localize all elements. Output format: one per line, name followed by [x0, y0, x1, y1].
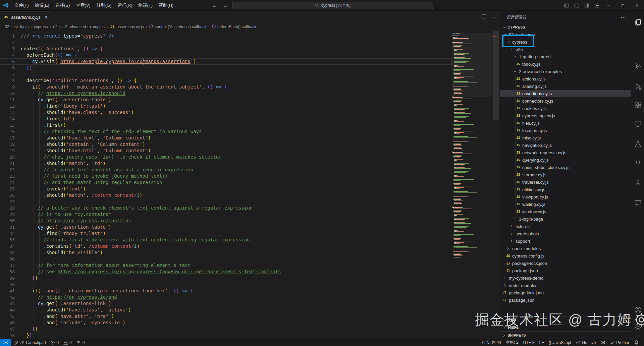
tree-item-aliasing.cy.js[interactable]: JSaliasing.cy.js	[500, 82, 631, 90]
breadcrumb-item[interactable]: 02_test_login	[5, 24, 29, 29]
tree-item-connectors.cy.js[interactable]: JSconnectors.cy.js	[500, 97, 631, 105]
toggle-secondary-sidebar-icon[interactable]	[582, 0, 592, 11]
tab-assertions[interactable]: JS assertions.cy.js ✕	[0, 11, 52, 23]
statusbar-notifications[interactable]	[632, 339, 641, 346]
close-button[interactable]: ✕	[630, 0, 644, 11]
breadcrumb-item[interactable]: 2-advanced-examples	[65, 24, 105, 29]
minimap-viewport[interactable]	[452, 33, 492, 97]
menu-帮助[interactable]: 帮助(H)	[156, 0, 176, 11]
tree-item-todo.cy.js[interactable]: JStodo.cy.js	[500, 60, 631, 68]
statusbar-indentation[interactable]: 空格: 2	[503, 339, 521, 346]
scrollbar-thumb[interactable]	[493, 31, 499, 120]
live-share-icon[interactable]	[634, 178, 642, 187]
remote-explorer-icon[interactable]	[634, 119, 642, 128]
statusbar-ports-forwarded[interactable]: 0	[74, 339, 87, 346]
tree-item-package-lock.json[interactable]: {}package-lock.json	[500, 260, 631, 267]
section-SNIPPETS[interactable]: SNIPPETS	[500, 331, 631, 339]
tree-item-location.cy.js[interactable]: JSlocation.cy.js	[500, 127, 631, 134]
tree-item-spies_stubs_clocks.cy.js[interactable]: JSspies_stubs_clocks.cy.js	[500, 164, 631, 171]
split-editor-icon[interactable]	[481, 14, 486, 20]
customize-layout-icon[interactable]	[592, 0, 602, 11]
extensions-icon[interactable]	[634, 101, 642, 109]
statusbar-launchpad[interactable]: Launchpad	[11, 339, 48, 346]
tree-item-package.json[interactable]: {}package.json	[500, 267, 631, 274]
tree-item-network_requests.cy.js[interactable]: JSnetwork_requests.cy.js	[500, 149, 631, 156]
remote-indicator[interactable]: ><	[0, 339, 11, 346]
breadcrumb-item[interactable]: cypress	[34, 24, 48, 29]
minimize-button[interactable]: ─	[602, 0, 616, 11]
tree-item-node_modules[interactable]: node_modules	[500, 282, 631, 289]
menu-转到[interactable]: 转到(G)	[94, 0, 115, 11]
rocket-icon	[14, 340, 18, 345]
tree-item-1-getting-started[interactable]: 1-getting-started	[500, 53, 631, 60]
menu-终端[interactable]: 终端(T)	[135, 0, 156, 11]
testing-icon[interactable]	[634, 139, 642, 148]
menu-运行[interactable]: 运行(R)	[114, 0, 135, 11]
tree-item-cypress.config.js[interactable]: JScypress.config.js	[500, 252, 631, 260]
code-line: 45 .and('have.attr', 'href')	[0, 313, 452, 320]
sidebar-more-actions-icon[interactable]: ⋯	[621, 14, 626, 20]
tree-item-screenshots[interactable]: screenshots	[500, 230, 631, 237]
tree-item-querying.cy.js[interactable]: JSquerying.cy.js	[500, 156, 631, 164]
tree-item-waiting.cy.js[interactable]: JSwaiting.cy.js	[500, 200, 631, 208]
menu-文件[interactable]: 文件(F)	[11, 0, 32, 11]
statusbar-errors[interactable]: 0	[48, 339, 61, 346]
run-debug-icon[interactable]	[634, 82, 642, 91]
maximize-button[interactable]: □	[616, 0, 630, 11]
tab-close-icon[interactable]: ✕	[44, 14, 48, 20]
comments-icon[interactable]	[634, 198, 642, 207]
menu-查看[interactable]: 查看(V)	[73, 0, 93, 11]
tree-item-node_modules[interactable]: node_modules	[500, 245, 631, 252]
breadcrumb-item[interactable]: beforeEach() callback	[212, 24, 256, 30]
tree-item-cypress_api.cy.js[interactable]: JScypress_api.cy.js	[500, 112, 631, 119]
forward-arrow-icon[interactable]: →	[221, 3, 229, 8]
tree-item-3-login-page[interactable]: 3-login-page	[500, 215, 631, 223]
tree-item-files.cy.js[interactable]: JSfiles.cy.js	[500, 119, 631, 127]
more-actions-icon[interactable]: ⋯	[491, 14, 496, 20]
vertical-scrollbar[interactable]	[492, 31, 500, 339]
files-icon[interactable]	[634, 18, 642, 27]
statusbar-language-mode[interactable]: {}JavaScript	[546, 339, 574, 346]
breadcrumb-item[interactable]: e2e	[53, 24, 60, 29]
statusbar-go-live[interactable]: Go Live	[574, 339, 598, 346]
statusbar-eol[interactable]: LF	[537, 339, 546, 346]
statusbar-copilot[interactable]	[598, 339, 608, 346]
tree-item-fixtures[interactable]: fixtures	[500, 223, 631, 230]
statusbar-prettier[interactable]: Prettier	[608, 339, 632, 346]
tree-item-package.json[interactable]: {}package.json	[500, 296, 631, 304]
tree-item-assertions.cy.js[interactable]: JSassertions.cy.js	[500, 90, 631, 97]
minimap[interactable]	[452, 33, 492, 339]
source-control-icon[interactable]	[634, 62, 642, 71]
tree-item-cookies.cy.js[interactable]: JScookies.cy.js	[500, 105, 631, 112]
menu-编辑[interactable]: 编辑(E)	[32, 0, 52, 11]
tree-item-support[interactable]: support	[500, 237, 631, 245]
search-box[interactable]: cypress [管理员]	[232, 2, 433, 9]
tree-item-utilities.cy.js[interactable]: JSutilities.cy.js	[500, 186, 631, 193]
toggle-sidebar-icon[interactable]	[561, 0, 572, 11]
section-大纲[interactable]: 大纲	[500, 316, 631, 324]
tree-item-window.cy.js[interactable]: JSwindow.cy.js	[500, 208, 631, 215]
toggle-panel-icon[interactable]	[572, 0, 582, 11]
breadcrumb-item[interactable]: JSassertions.cy.js	[110, 24, 144, 29]
tree-item-misc.cy.js[interactable]: JSmisc.cy.js	[500, 134, 631, 141]
tree-item-traversal.cy.js[interactable]: JStraversal.cy.js	[500, 178, 631, 186]
tree-item-storage.cy.js[interactable]: JSstorage.cy.js	[500, 171, 631, 178]
tree-item-package-lock.json[interactable]: {}package-lock.json	[500, 289, 631, 296]
ports-icon[interactable]	[634, 158, 642, 167]
settings-gear-icon[interactable]	[634, 323, 642, 332]
code-editor[interactable]: 1/// <reference types="cypress" />23cont…	[0, 31, 500, 339]
tree-item-2-advanced-examples[interactable]: 2-advanced-examples	[500, 68, 631, 75]
tree-item-viewport.cy.js[interactable]: JSviewport.cy.js	[500, 193, 631, 200]
back-arrow-icon[interactable]: ←	[211, 3, 218, 8]
section-时间线[interactable]: 时间线	[500, 324, 631, 331]
tree-root-cypress[interactable]: CYPRESS	[500, 23, 631, 31]
statusbar-warnings[interactable]: 0	[61, 339, 74, 346]
menu-选择[interactable]: 选择(S)	[52, 0, 73, 11]
tree-item-my-cypress-demo[interactable]: my-cypress-demo	[500, 274, 631, 282]
breadcrumb-item[interactable]: context('Assertions') callback	[149, 24, 206, 30]
tree-item-navigation.cy.js[interactable]: JSnavigation.cy.js	[500, 141, 631, 149]
account-icon[interactable]	[634, 306, 642, 314]
statusbar-encoding[interactable]: UTF-8	[521, 339, 537, 346]
statusbar-cursor-position[interactable]: 行 5, 列 44	[480, 339, 503, 346]
tree-item-actions.cy.js[interactable]: JSactions.cy.js	[500, 75, 631, 82]
